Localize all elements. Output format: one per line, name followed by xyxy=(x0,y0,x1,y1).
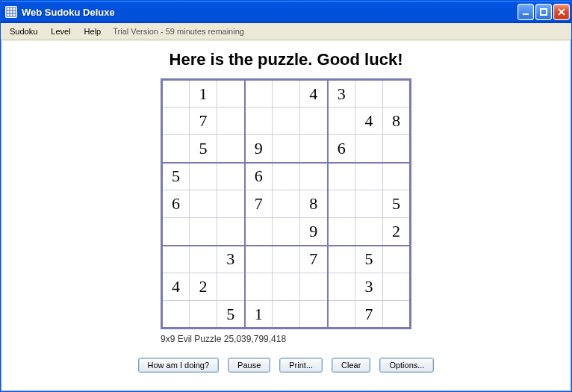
sudoku-cell[interactable] xyxy=(328,190,355,218)
button-bar: How am I doing? Pause Print... Clear Opt… xyxy=(138,358,435,373)
sudoku-cell[interactable] xyxy=(245,218,273,246)
sudoku-grid: 14374859656678592375423517 xyxy=(161,78,411,329)
sudoku-cell[interactable]: 3 xyxy=(217,246,245,273)
sudoku-cell[interactable] xyxy=(355,80,383,108)
svg-rect-0 xyxy=(7,7,16,16)
sudoku-cell[interactable]: 9 xyxy=(300,218,328,246)
sudoku-cell[interactable]: 9 xyxy=(245,135,273,163)
sudoku-cell[interactable] xyxy=(162,135,190,163)
sudoku-cell[interactable] xyxy=(217,273,245,301)
sudoku-cell[interactable] xyxy=(245,246,273,273)
sudoku-cell[interactable]: 3 xyxy=(328,80,355,108)
sudoku-cell[interactable] xyxy=(245,80,273,108)
sudoku-cell[interactable] xyxy=(328,163,355,190)
sudoku-cell[interactable]: 5 xyxy=(355,246,383,273)
sudoku-cell[interactable] xyxy=(162,80,190,108)
sudoku-cell[interactable]: 7 xyxy=(355,301,383,329)
sudoku-cell[interactable] xyxy=(162,246,190,273)
app-icon xyxy=(5,6,17,18)
sudoku-cell[interactable] xyxy=(190,301,217,329)
sudoku-cell[interactable] xyxy=(190,246,217,273)
sudoku-cell[interactable]: 5 xyxy=(162,163,190,190)
sudoku-cell[interactable]: 4 xyxy=(162,273,190,301)
sudoku-cell[interactable] xyxy=(383,135,411,163)
sudoku-cell[interactable] xyxy=(355,135,383,163)
sudoku-cell[interactable]: 3 xyxy=(355,273,383,301)
board-wrap: 14374859656678592375423517 9x9 Evil Puzz… xyxy=(161,78,411,344)
sudoku-cell[interactable]: 2 xyxy=(383,218,411,246)
sudoku-cell[interactable] xyxy=(217,163,245,190)
puzzle-info: 9x9 Evil Puzzle 25,039,799,418 xyxy=(161,334,286,344)
sudoku-cell[interactable] xyxy=(217,108,245,135)
sudoku-cell[interactable] xyxy=(355,190,383,218)
options-button[interactable]: Options... xyxy=(379,358,434,373)
sudoku-cell[interactable] xyxy=(190,218,217,246)
titlebar: Web Sudoku Deluxe xyxy=(1,1,571,23)
sudoku-cell[interactable] xyxy=(328,273,355,301)
sudoku-cell[interactable] xyxy=(383,246,411,273)
sudoku-cell[interactable]: 6 xyxy=(162,190,190,218)
sudoku-cell[interactable] xyxy=(273,218,300,246)
sudoku-cell[interactable]: 5 xyxy=(217,301,245,329)
sudoku-cell[interactable] xyxy=(217,80,245,108)
trial-status: Trial Version - 59 minutes remaining xyxy=(108,25,250,37)
sudoku-cell[interactable] xyxy=(355,163,383,190)
sudoku-cell[interactable] xyxy=(245,108,273,135)
menu-help[interactable]: Help xyxy=(78,25,108,37)
minimize-button[interactable] xyxy=(517,4,534,20)
sudoku-cell[interactable] xyxy=(383,273,411,301)
sudoku-cell[interactable] xyxy=(217,190,245,218)
sudoku-cell[interactable] xyxy=(383,80,411,108)
sudoku-cell[interactable] xyxy=(245,273,273,301)
sudoku-cell[interactable] xyxy=(383,301,411,329)
sudoku-cell[interactable]: 2 xyxy=(190,273,217,301)
pause-button[interactable]: Pause xyxy=(228,358,270,373)
sudoku-cell[interactable]: 7 xyxy=(190,108,217,135)
sudoku-cell[interactable] xyxy=(217,135,245,163)
sudoku-cell[interactable] xyxy=(300,108,328,135)
sudoku-cell[interactable] xyxy=(300,135,328,163)
sudoku-cell[interactable] xyxy=(217,218,245,246)
sudoku-cell[interactable] xyxy=(328,246,355,273)
sudoku-cell[interactable]: 1 xyxy=(245,301,273,329)
sudoku-cell[interactable]: 1 xyxy=(190,80,217,108)
sudoku-cell[interactable] xyxy=(273,80,300,108)
sudoku-cell[interactable] xyxy=(273,273,300,301)
sudoku-cell[interactable] xyxy=(273,301,300,329)
sudoku-cell[interactable]: 5 xyxy=(383,190,411,218)
sudoku-cell[interactable]: 7 xyxy=(245,190,273,218)
sudoku-cell[interactable] xyxy=(273,246,300,273)
sudoku-cell[interactable] xyxy=(190,163,217,190)
sudoku-cell[interactable] xyxy=(383,163,411,190)
close-button[interactable] xyxy=(553,4,570,20)
menu-sudoku[interactable]: Sudoku xyxy=(4,25,43,37)
sudoku-cell[interactable] xyxy=(300,301,328,329)
sudoku-cell[interactable] xyxy=(273,108,300,135)
print-button[interactable]: Print... xyxy=(279,358,323,373)
sudoku-cell[interactable]: 8 xyxy=(383,108,411,135)
sudoku-cell[interactable] xyxy=(273,190,300,218)
sudoku-cell[interactable] xyxy=(300,273,328,301)
sudoku-cell[interactable] xyxy=(328,108,355,135)
sudoku-cell[interactable] xyxy=(328,218,355,246)
menu-level[interactable]: Level xyxy=(45,25,76,37)
sudoku-cell[interactable] xyxy=(273,135,300,163)
sudoku-cell[interactable] xyxy=(190,190,217,218)
sudoku-cell[interactable] xyxy=(162,218,190,246)
sudoku-cell[interactable] xyxy=(162,108,190,135)
how-am-i-doing-button[interactable]: How am I doing? xyxy=(138,358,220,373)
sudoku-cell[interactable] xyxy=(300,163,328,190)
sudoku-cell[interactable]: 7 xyxy=(300,246,328,273)
sudoku-cell[interactable] xyxy=(328,301,355,329)
sudoku-cell[interactable]: 4 xyxy=(355,108,383,135)
sudoku-cell[interactable] xyxy=(355,218,383,246)
sudoku-cell[interactable]: 8 xyxy=(300,190,328,218)
sudoku-cell[interactable]: 6 xyxy=(328,135,355,163)
sudoku-cell[interactable]: 5 xyxy=(190,135,217,163)
maximize-button[interactable] xyxy=(535,4,552,20)
sudoku-cell[interactable]: 6 xyxy=(245,163,273,190)
sudoku-cell[interactable] xyxy=(273,163,300,190)
clear-button[interactable]: Clear xyxy=(332,358,370,373)
sudoku-cell[interactable] xyxy=(162,301,190,329)
sudoku-cell[interactable]: 4 xyxy=(300,80,328,108)
